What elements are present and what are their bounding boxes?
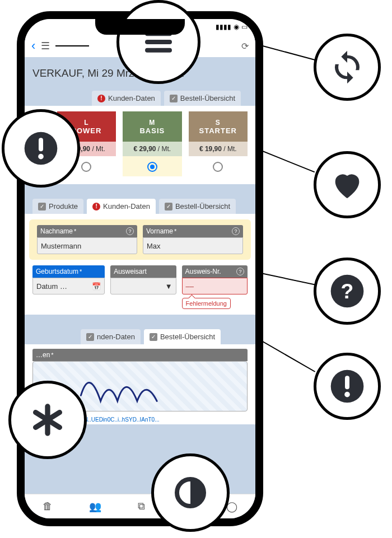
check-icon: ✓ [86,333,94,341]
tab-label: Produkte [49,202,78,210]
tab-kunden-daten[interactable]: ✓ nden-Daten [81,329,141,344]
signal-icon: ▮▮▮▮ [216,23,231,31]
alert-icon: ! [92,203,100,210]
svg-rect-4 [39,138,43,151]
tabs-row-3: ✓ nden-Daten ✓ Bestell-Übersicht [25,326,255,344]
svg-point-5 [38,154,44,160]
check-icon: ✓ [38,203,46,210]
input-idnum[interactable]: –– [182,278,248,294]
radio-l[interactable] [81,162,91,172]
radio-m[interactable] [147,162,157,172]
chevron-down-icon: ▼ [165,282,172,291]
wifi-icon: ◉ [234,23,239,31]
callout-alert-icon [314,353,381,420]
tab-bestell-uebersicht[interactable]: ✓ Bestell-Übersicht [144,329,221,344]
check-icon: ✓ [150,333,157,341]
callout-alert-icon [2,109,80,188]
product-m[interactable]: MBASIS € 29,90 / Mt. [123,111,181,176]
tabs-row-2: ✓ Produkte ! Kunden-Daten ✓ Bestell-Über… [25,195,255,214]
check-icon: ✓ [170,95,178,102]
back-button[interactable]: ‹ [31,39,35,53]
tab-bestell-uebersicht[interactable]: ✓ Bestell-Übersicht [159,199,236,214]
people-icon[interactable]: 👥 [89,500,101,513]
list-icon[interactable]: ☰ [41,40,50,52]
tab-label: Kunden-Daten [103,202,150,210]
callout-heart-icon [314,151,381,218]
error-badge: Fehlermeldung [182,298,231,309]
refresh-button[interactable]: ⟳ [241,41,249,52]
tab-label: Bestell-Übersicht [160,333,215,341]
input-firstname[interactable]: Max [143,237,243,254]
svg-text:?: ? [341,279,354,303]
callout-asterisk-icon [8,381,87,459]
input-lastname[interactable]: Mustermann [37,237,137,254]
tab-produkte[interactable]: ✓ Produkte [32,199,83,214]
field-lastname: Nachname*? Mustermann [37,225,137,254]
field-dob: Geburtsdatum* Datum …📅 [32,265,105,309]
trash-icon[interactable]: 🗑 [43,500,53,512]
check-icon: ✓ [165,203,172,210]
help-icon[interactable]: ? [126,227,134,235]
callout-help-icon: ? [314,258,381,325]
svg-rect-2 [145,48,172,53]
battery-icon: ▭ [241,23,248,31]
callout-refresh-icon [314,34,381,101]
tab-label: Bestell-Übersicht [175,202,230,210]
callout-menu-icon [116,0,200,84]
callout-contrast-icon [151,453,230,532]
radio-s[interactable] [213,162,223,172]
field-idtype: Ausweisart ▼ [110,265,176,309]
input-dob[interactable]: Datum …📅 [32,278,105,294]
help-icon[interactable]: ? [232,227,240,235]
tab-label: Kunden-Daten [108,94,155,102]
copy-icon[interactable]: ⧉ [138,500,145,512]
tab-kunden-daten[interactable]: ! Kunden-Daten [87,199,156,214]
notch [95,19,185,35]
title-redacted [55,45,89,46]
svg-point-10 [344,392,350,397]
alert-icon: ! [97,95,105,102]
product-s[interactable]: SSTARTER € 19,90 / Mt. [189,111,248,176]
tab-label: Bestell-Übersicht [180,94,235,102]
tab-bestell-uebersicht[interactable]: ✓ Bestell-Übersicht [164,91,241,106]
tab-label: nden-Daten [97,333,135,341]
svg-rect-1 [145,40,172,44]
field-firstname: Vorname*? Max [143,225,243,254]
tab-kunden-daten[interactable]: ! Kunden-Daten [92,91,161,106]
select-idtype[interactable]: ▼ [110,278,176,294]
field-idnum: Ausweis-Nr.? –– Fehlermeldung [182,265,248,309]
tabs-row-1: ! Kunden-Daten ✓ Bestell-Übersicht [25,87,255,106]
help-icon[interactable]: ? [236,268,244,275]
svg-rect-9 [345,376,349,389]
calendar-icon[interactable]: 📅 [92,282,101,291]
